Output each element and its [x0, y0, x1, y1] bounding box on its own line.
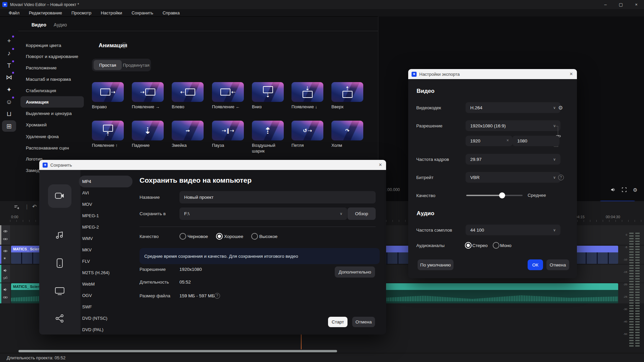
sample-rate-select[interactable]: 44 100 ∨: [466, 225, 560, 235]
format-item-wmv[interactable]: WMV: [82, 236, 93, 241]
quality-slider-thumb[interactable]: [499, 192, 505, 198]
menu-item-1[interactable]: Редактирование: [24, 10, 67, 15]
share-icon[interactable]: [48, 307, 71, 330]
quality-radio-label-0[interactable]: Черновое: [187, 234, 208, 239]
mode-simple[interactable]: Простая: [94, 60, 122, 70]
effects-icon[interactable]: ✦: [2, 84, 16, 95]
title-track-header[interactable]: [0, 225, 10, 245]
minimize-button[interactable]: –: [598, 0, 613, 9]
stickers-icon[interactable]: ☺: [2, 96, 16, 108]
tab-video[interactable]: Видео: [32, 22, 46, 27]
mode-advanced[interactable]: Продвинутая: [123, 60, 150, 70]
undo-icon[interactable]: ↶: [32, 203, 37, 210]
name-input[interactable]: Новый проект: [179, 191, 376, 203]
add-track-icon[interactable]: [13, 204, 19, 210]
horizontal-scrollbar[interactable]: [18, 350, 337, 352]
menu-item-5[interactable]: Справка: [158, 10, 184, 15]
sidebar-item-8[interactable]: Удаление фона: [26, 134, 59, 139]
save-dialog-titlebar[interactable]: ❖ Сохранить: [39, 160, 386, 170]
sidebar-item-6[interactable]: Выделение и цензура: [26, 111, 72, 116]
sidebar-item-4[interactable]: Стабилизация: [26, 88, 56, 93]
filesize-help-icon[interactable]: ?: [214, 293, 220, 299]
speaker-icon[interactable]: [3, 268, 8, 273]
quality-radio-1[interactable]: [216, 233, 223, 240]
computer-video-icon[interactable]: [48, 184, 71, 208]
tab-audio[interactable]: Аудио: [54, 22, 67, 27]
animation-tile-1[interactable]: ⇢Появление →: [132, 82, 164, 110]
sidebar-item-3[interactable]: Масштаб и панорама: [26, 77, 71, 82]
animation-tile-11[interactable]: ⇡Воздушный шарик: [252, 121, 284, 154]
animation-tile-10[interactable]: ⇢‖⇢Пауза: [212, 121, 244, 148]
sidebar-item-7[interactable]: Хромакей: [26, 122, 47, 127]
volume-icon[interactable]: [610, 187, 616, 192]
format-item-flv[interactable]: FLV: [82, 259, 90, 264]
audio-file-icon[interactable]: [48, 224, 71, 247]
sidebar-item-2[interactable]: Расположение: [26, 65, 57, 70]
browse-button[interactable]: Обзор: [347, 207, 376, 220]
help-icon[interactable]: ?: [121, 43, 127, 48]
ok-button[interactable]: ОК: [528, 259, 543, 270]
animation-tile-13[interactable]: ↷Холм: [331, 121, 363, 148]
animation-tile-4[interactable]: ⇣Вниз: [252, 82, 284, 110]
height-input[interactable]: 1080: [513, 136, 559, 146]
export-cancel-button[interactable]: Отмена: [546, 259, 569, 270]
quality-radio-label-1[interactable]: Хорошее: [224, 234, 243, 239]
link-off-icon[interactable]: [3, 276, 8, 280]
format-item-mpeg-1[interactable]: MPEG-1: [82, 213, 99, 218]
quality-radio-2[interactable]: [251, 233, 258, 240]
device-icon[interactable]: [48, 251, 71, 275]
codec-select[interactable]: H.264 ∨: [466, 102, 560, 113]
format-item-swf[interactable]: SWF: [82, 304, 92, 309]
add-media-icon[interactable]: +: [2, 35, 16, 47]
save-dialog-close-icon[interactable]: ×: [375, 160, 386, 170]
format-item-ogv[interactable]: OGV: [82, 293, 92, 298]
export-dialog-close-icon[interactable]: ×: [566, 69, 577, 79]
channel-radio-1[interactable]: [493, 242, 499, 249]
sidebar-item-5[interactable]: Анимация: [26, 100, 49, 105]
animation-tile-2[interactable]: ⇠Влево: [172, 82, 204, 110]
animation-tile-9[interactable]: ⇝Змейка: [172, 121, 204, 148]
animation-tile-8[interactable]: ⇣Падение: [132, 121, 164, 148]
codec-settings-icon[interactable]: ⚙: [558, 105, 563, 111]
width-input[interactable]: 1920: [466, 136, 513, 146]
eye-icon[interactable]: [3, 249, 8, 253]
format-item-mkv[interactable]: MKV: [82, 247, 92, 252]
destination-select[interactable]: F:\ ∨: [179, 207, 347, 220]
quality-slider[interactable]: [466, 195, 523, 196]
advanced-button[interactable]: Дополнительно: [335, 266, 375, 278]
format-item-avi[interactable]: AVI: [82, 190, 89, 195]
tv-icon[interactable]: [48, 279, 71, 303]
bitrate-help-icon[interactable]: ?: [558, 175, 564, 180]
sidebar-item-0[interactable]: Коррекция цвета: [26, 43, 61, 48]
export-dialog-titlebar[interactable]: ❖ Настройки экспорта: [408, 69, 577, 79]
animation-tile-12[interactable]: ↺⇢Петля: [291, 121, 323, 148]
default-button[interactable]: По умолчанию: [418, 259, 453, 270]
resolution-select[interactable]: 644x362 (16:9) ∨: [466, 120, 560, 131]
format-item-webm[interactable]: WebM: [82, 282, 95, 287]
format-item-mp4[interactable]: MP4: [82, 179, 91, 184]
menu-item-4[interactable]: Сохранить: [127, 10, 158, 15]
maximize-button[interactable]: ▢: [613, 0, 629, 9]
menu-item-0[interactable]: Файл: [4, 10, 24, 15]
sidebar-item-9[interactable]: Распознавание сцен: [26, 145, 69, 150]
channel-radio-0[interactable]: [465, 242, 472, 249]
speaker-icon[interactable]: [3, 287, 8, 292]
animation-tile-6[interactable]: ⇡Вверх: [331, 82, 363, 110]
link-icon[interactable]: [3, 295, 8, 300]
more-tools-icon[interactable]: ⊞: [2, 120, 16, 132]
cancel-button[interactable]: Отмена: [352, 317, 375, 327]
bitrate-select[interactable]: VBR ∨: [466, 172, 560, 183]
start-button[interactable]: Старт: [328, 317, 347, 327]
eye-icon[interactable]: [3, 229, 8, 234]
sidebar-item-1[interactable]: Поворот и кадрирование: [26, 54, 78, 59]
link-icon[interactable]: [3, 237, 8, 241]
quality-radio-0[interactable]: [179, 233, 186, 240]
fullscreen-icon[interactable]: [622, 187, 627, 192]
titles-icon[interactable]: T: [2, 60, 16, 71]
menu-item-3[interactable]: Настройки: [96, 10, 127, 15]
transitions-icon[interactable]: ⋈: [2, 71, 16, 83]
preview-settings-icon[interactable]: ⚙: [633, 187, 637, 193]
format-item-m2ts-h-264-[interactable]: M2TS (H.264): [82, 270, 110, 275]
audio-tool-icon[interactable]: ♪: [2, 48, 16, 59]
channel-radio-label-0[interactable]: Стерео: [472, 243, 488, 248]
